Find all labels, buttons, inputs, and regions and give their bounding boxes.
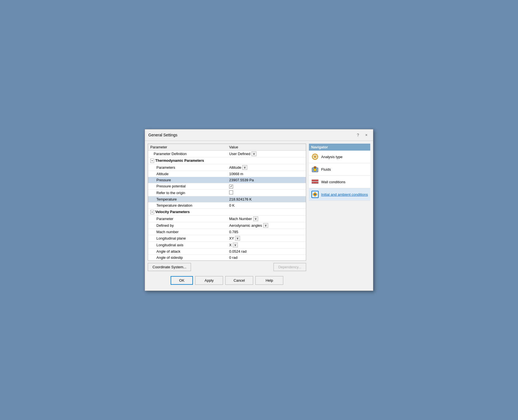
initial-icon (311, 190, 319, 198)
row-buttons: Coordinate System... Dependency... (148, 263, 306, 271)
param-label: Defined by (148, 222, 227, 229)
nav-item-label-wall-conditions: Wall conditions (321, 180, 345, 184)
param-label: Pressure potential (148, 183, 227, 190)
value-cell[interactable]: Aerodynamic angles∨ (227, 222, 306, 229)
nav-item-wall-conditions[interactable]: Wall conditions (309, 176, 370, 188)
table-scroll-area[interactable]: Parameter Value Parameter DefinitionUser… (148, 144, 306, 260)
svg-point-6 (314, 168, 316, 171)
general-settings-dialog: General Settings ? × Parameter Value (145, 129, 373, 291)
value-cell: 10668 m (227, 171, 306, 177)
dropdown-value: Mach Number (229, 217, 252, 221)
action-buttons: OK Apply Cancel Help (148, 273, 306, 288)
value-cell[interactable]: Altitude∨ (227, 164, 306, 171)
section-header-cell[interactable]: −Thermodynamic Parameters (148, 157, 306, 164)
value-cell[interactable]: X∨ (227, 242, 306, 248)
navigator-items: Analysis type Fluids Wall conditions Ini… (309, 151, 370, 201)
dropdown-value: User Defined (229, 152, 250, 156)
analysis-icon (311, 153, 319, 161)
value-cell[interactable] (227, 189, 306, 196)
value-cell: 218.924176 K (227, 196, 306, 202)
dependency-button[interactable]: Dependency... (273, 263, 306, 271)
dialog-title: General Settings (148, 133, 177, 137)
title-bar-controls: ? × (355, 132, 370, 138)
param-label: Temperature deviation (148, 202, 227, 208)
svg-rect-9 (312, 182, 318, 184)
dropdown-button[interactable]: ∨ (242, 165, 247, 170)
value-cell[interactable]: Mach Number∨ (227, 215, 306, 222)
section-label: Velocity Parameters (155, 210, 190, 214)
value-cell: 0 K (227, 202, 306, 208)
value-cell: 0.0524 rad (227, 248, 306, 254)
dropdown-button[interactable]: ∨ (251, 151, 256, 156)
param-label: Parameter (148, 215, 227, 222)
dropdown-value: X (229, 243, 232, 247)
value-cell[interactable]: XY∨ (227, 235, 306, 242)
apply-button[interactable]: Apply (195, 276, 223, 285)
param-label: Longitudinal plane (148, 235, 227, 242)
svg-point-17 (314, 194, 316, 195)
title-bar: General Settings ? × (145, 129, 373, 141)
value-cell: 0 rad (227, 254, 306, 260)
checkbox-checked[interactable] (229, 185, 233, 189)
help-button[interactable]: ? (355, 132, 361, 138)
svg-rect-7 (314, 166, 316, 168)
section-header-cell[interactable]: −Velocity Parameters (148, 208, 306, 215)
nav-item-label-initial-ambient: Initial and ambient conditions (321, 192, 368, 197)
ok-button[interactable]: OK (171, 276, 193, 285)
param-label: Refer to the origin (148, 189, 227, 196)
param-label: Parameters (148, 164, 227, 171)
col-header-value: Value (227, 144, 306, 151)
wall-icon (311, 178, 319, 186)
param-label: Angle of sideslip (148, 254, 227, 260)
collapse-icon[interactable]: − (150, 210, 154, 214)
section-label: Thermodynamic Parameters (155, 158, 204, 163)
dropdown-button[interactable]: ∨ (235, 236, 240, 241)
nav-item-initial-ambient[interactable]: Initial and ambient conditions (309, 188, 370, 201)
param-label: Pressure (148, 177, 227, 183)
help-dialog-button[interactable]: Help (255, 276, 283, 285)
nav-item-label-analysis-type: Analysis type (321, 155, 343, 159)
dropdown-button[interactable]: ∨ (233, 243, 238, 247)
param-label: Mach number (148, 229, 227, 235)
col-header-param: Parameter (148, 144, 227, 151)
checkbox-unchecked[interactable] (229, 190, 233, 194)
param-label: Temperature (148, 196, 227, 202)
cancel-button[interactable]: Cancel (225, 276, 253, 285)
param-label: Altitude (148, 171, 227, 177)
fluids-icon (311, 165, 319, 173)
left-panel: Parameter Value Parameter DefinitionUser… (148, 144, 306, 288)
nav-item-fluids[interactable]: Fluids (309, 163, 370, 176)
dialog-body: Parameter Value Parameter DefinitionUser… (145, 141, 373, 290)
param-label: Angle of attack (148, 248, 227, 254)
dropdown-value: XY (229, 236, 234, 240)
param-label: Longitudinal axis (148, 242, 227, 248)
param-label: Parameter Definition (148, 151, 227, 157)
right-panel: Navigator Analysis type Fluids Wall cond… (309, 144, 370, 288)
dropdown-button[interactable]: ∨ (253, 216, 258, 221)
dropdown-button[interactable]: ∨ (263, 223, 268, 228)
nav-item-label-fluids: Fluids (321, 167, 331, 172)
nav-item-analysis-type[interactable]: Analysis type (309, 151, 370, 163)
settings-table: Parameter Value Parameter DefinitionUser… (148, 144, 306, 261)
close-button[interactable]: × (363, 132, 370, 138)
coordinate-system-button[interactable]: Coordinate System... (148, 263, 191, 271)
value-cell: 23907.5539 Pa (227, 177, 306, 183)
value-cell[interactable]: User Defined∨ (227, 151, 306, 157)
value-cell[interactable] (227, 183, 306, 190)
navigator-header: Navigator (309, 144, 370, 151)
collapse-icon[interactable]: − (150, 159, 154, 163)
dropdown-value: Altitude (229, 165, 241, 170)
value-cell: 0.785 (227, 229, 306, 235)
dropdown-value: Aerodynamic angles (229, 223, 262, 228)
